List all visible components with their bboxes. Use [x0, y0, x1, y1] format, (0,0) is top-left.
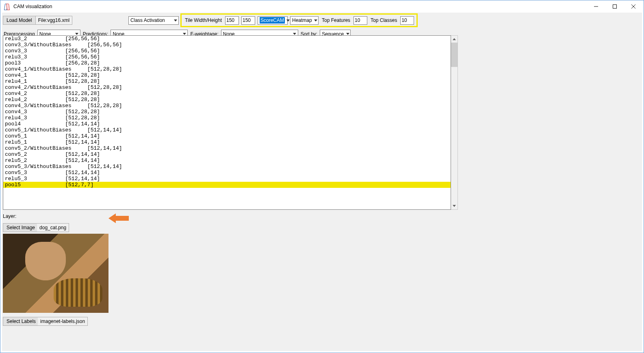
- list-item[interactable]: pool4 [512,14,14]: [3, 121, 451, 127]
- titlebar: CAM visualization: [0, 0, 644, 13]
- chevron-down-icon: [172, 17, 178, 24]
- highlight-box: Tile Width/Height ScoreCAM Heatmap Top F…: [180, 13, 418, 27]
- mode-select[interactable]: Class Activation: [128, 16, 179, 25]
- layers-scrollbar[interactable]: [451, 35, 458, 210]
- list-item[interactable]: conv4_2 [512,28,28]: [3, 90, 451, 97]
- method-select[interactable]: ScoreCAM: [258, 16, 288, 25]
- list-item[interactable]: conv4_1 [512,28,28]: [3, 72, 451, 78]
- list-item[interactable]: pool5 [512,7,7]: [3, 182, 451, 188]
- list-item[interactable]: relu4_2 [512,28,28]: [3, 97, 451, 103]
- layer-label: Layer:: [3, 213, 117, 219]
- top-features-input[interactable]: [353, 16, 367, 25]
- layers-listbox-wrap: relu3_2 [256,56,56]conv3_3/WithoutBiases…: [3, 35, 458, 210]
- list-item[interactable]: conv4_1/WithoutBiases [512,28,28]: [3, 66, 451, 72]
- list-item[interactable]: relu4_1 [512,28,28]: [3, 78, 451, 84]
- list-item[interactable]: conv5_3/WithoutBiases [512,14,14]: [3, 164, 451, 170]
- list-item[interactable]: conv5_1 [512,14,14]: [3, 133, 451, 139]
- preview-image: [3, 234, 108, 313]
- scroll-thumb[interactable]: [451, 43, 458, 67]
- list-item[interactable]: relu5_3 [512,14,14]: [3, 176, 451, 182]
- list-item[interactable]: conv4_3 [512,28,28]: [3, 109, 451, 115]
- maximize-button[interactable]: [605, 0, 624, 13]
- list-item[interactable]: conv4_2/WithoutBiases [512,28,28]: [3, 84, 451, 90]
- model-file-label: File: vgg16.xml: [36, 16, 72, 25]
- list-item[interactable]: relu5_1 [512,14,14]: [3, 139, 451, 145]
- layers-listbox[interactable]: relu3_2 [256,56,56]conv3_3/WithoutBiases…: [3, 35, 451, 210]
- tile-label: Tile Width/Height: [185, 17, 222, 23]
- image-file-label: dog_cat.png: [37, 223, 69, 232]
- svg-rect-1: [613, 5, 617, 9]
- top-classes-input[interactable]: [400, 16, 414, 25]
- chevron-down-icon: [286, 17, 290, 24]
- overlay-select[interactable]: Heatmap: [290, 16, 319, 25]
- app-body: Load Model File: vgg16.xml Class Activat…: [2, 13, 642, 351]
- select-image-button[interactable]: Select Image: [3, 223, 39, 232]
- load-model-button[interactable]: Load Model: [3, 16, 36, 25]
- app-window: CAM visualization Load Model File: vgg16…: [0, 0, 644, 353]
- list-item[interactable]: conv5_2 [512,14,14]: [3, 151, 451, 157]
- list-item[interactable]: relu3_2 [256,56,56]: [3, 36, 451, 42]
- top-classes-label: Top Classes: [371, 17, 397, 23]
- tile-height-input[interactable]: [241, 16, 255, 25]
- scroll-up-button[interactable]: [451, 36, 458, 43]
- list-item[interactable]: conv5_3 [512,14,14]: [3, 170, 451, 176]
- list-item[interactable]: relu3_3 [256,56,56]: [3, 54, 451, 60]
- toolbar-row: Load Model File: vgg16.xml Class Activat…: [2, 13, 642, 27]
- list-item[interactable]: relu4_3 [512,28,28]: [3, 115, 451, 121]
- window-buttons: [587, 0, 643, 13]
- list-item[interactable]: conv3_3 [256,56,56]: [3, 48, 451, 54]
- list-item[interactable]: pool3 [256,28,28]: [3, 60, 451, 66]
- below-panel: Layer: Select Image dog_cat.png Select L…: [3, 212, 117, 326]
- scroll-down-button[interactable]: [451, 202, 458, 209]
- top-features-label: Top Features: [322, 17, 350, 23]
- list-item[interactable]: relu5_2 [512,14,14]: [3, 157, 451, 164]
- chevron-down-icon: [314, 17, 318, 24]
- labels-file-label: imagenet-labels.json: [38, 317, 88, 326]
- window-title: CAM visualization: [13, 4, 587, 9]
- list-item[interactable]: conv3_3/WithoutBiases [256,56,56]: [3, 42, 451, 48]
- minimize-button[interactable]: [587, 0, 605, 13]
- list-item[interactable]: conv4_3/WithoutBiases [512,28,28]: [3, 103, 451, 109]
- select-labels-button[interactable]: Select Labels: [3, 317, 39, 326]
- tile-width-input[interactable]: [225, 16, 239, 25]
- close-button[interactable]: [624, 0, 643, 13]
- list-item[interactable]: conv5_1/WithoutBiases [512,14,14]: [3, 127, 451, 133]
- list-item[interactable]: conv5_2/WithoutBiases [512,14,14]: [3, 145, 451, 151]
- tk-icon: [4, 3, 10, 10]
